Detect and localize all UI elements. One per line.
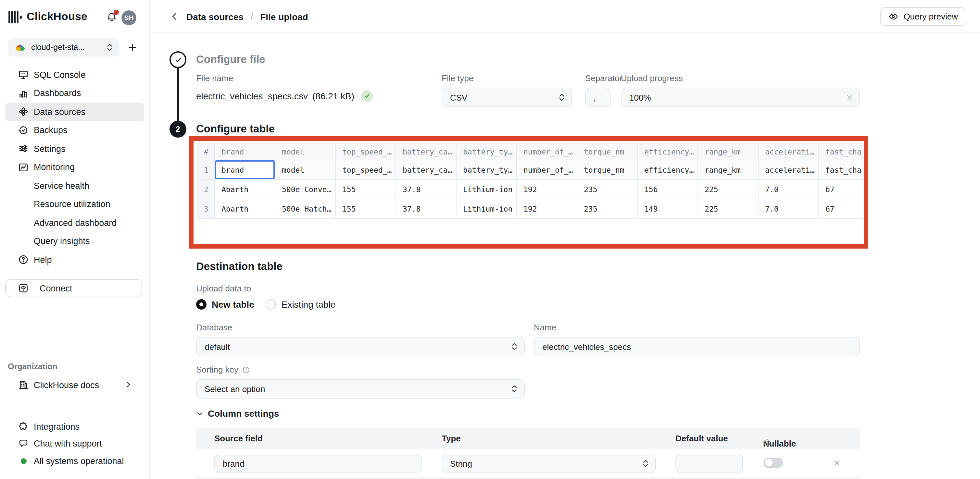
table-cell[interactable]: accelerati… xyxy=(759,160,819,180)
sidebar-item-clickhouse-docs[interactable]: ClickHouse docs xyxy=(5,376,144,394)
new-table-radio[interactable] xyxy=(196,299,207,309)
table-cell[interactable]: 67 xyxy=(819,180,868,199)
existing-table-radio[interactable] xyxy=(266,299,276,309)
chevron-updown-icon xyxy=(511,385,518,393)
sidebar-item-chat-with-support[interactable]: Chat with support xyxy=(5,434,144,452)
organization-section-label: Organization xyxy=(8,362,57,371)
sorting-key-label-row: Sorting key xyxy=(196,365,250,374)
destination-table-heading: Destination table xyxy=(196,260,283,273)
clickhouse-logo-icon xyxy=(8,11,23,23)
table-cell[interactable]: model xyxy=(275,160,336,180)
main-content: Data sources / File upload Query preview… xyxy=(150,0,980,479)
separator-input[interactable] xyxy=(585,87,611,107)
table-cell[interactable]: torque_nm xyxy=(578,160,638,180)
data-sources-icon xyxy=(18,107,29,117)
avatar[interactable]: SH xyxy=(121,10,136,25)
table-cell[interactable]: 7.0 xyxy=(759,180,819,199)
table-cell[interactable]: 235 xyxy=(578,199,638,219)
type-select[interactable]: String xyxy=(442,454,656,473)
name-label: Name xyxy=(534,323,556,332)
table-cell[interactable]: battery_ca… xyxy=(396,160,457,180)
table-cell[interactable]: 67 xyxy=(819,199,868,219)
table-cell[interactable]: 500e Conve… xyxy=(275,180,336,199)
table-cell[interactable]: 225 xyxy=(698,199,759,219)
column-settings-toggle[interactable]: Column settings xyxy=(196,408,279,419)
sidebar-item-help[interactable]: Help xyxy=(5,251,144,269)
table-cell[interactable]: fast_cha xyxy=(819,160,868,180)
sidebar-item-label: Service health xyxy=(34,181,89,191)
table-cell[interactable]: 156 xyxy=(638,180,698,199)
sidebar-item-query-insights[interactable]: Query insights xyxy=(5,232,144,251)
table-cell[interactable]: 155 xyxy=(336,180,396,199)
remove-column-x-icon[interactable] xyxy=(831,458,842,468)
table-cell[interactable]: 235 xyxy=(578,180,638,199)
table-cell[interactable]: 37.8 xyxy=(396,180,457,199)
clear-upload-x-icon[interactable] xyxy=(846,94,853,101)
sidebar-item-label: Backups xyxy=(34,125,68,135)
default-value-input[interactable] xyxy=(675,454,743,473)
sidebar-item-label: Query insights xyxy=(34,236,90,246)
table-cell[interactable]: 225 xyxy=(698,180,759,199)
nullable-toggle[interactable] xyxy=(764,458,783,468)
source-field-input[interactable] xyxy=(214,454,422,473)
query-preview-button[interactable]: Query preview xyxy=(880,7,966,26)
app: ClickHouse SH cloud-get-sta... SQL Conso… xyxy=(0,0,980,479)
table-cell[interactable]: Lithium-ion xyxy=(457,180,517,199)
add-service-button[interactable] xyxy=(123,38,142,57)
sidebar-item-sql-console[interactable]: SQL Console xyxy=(5,65,144,84)
chevron-updown-icon xyxy=(107,43,113,51)
sidebar-item-dashboards[interactable]: Dashboards xyxy=(5,84,144,103)
notifications-bell-icon[interactable] xyxy=(106,12,118,23)
table-cell[interactable]: Lithium-ion xyxy=(457,199,517,219)
source-field-header: Source field xyxy=(214,433,263,443)
sidebar: ClickHouse SH cloud-get-sta... SQL Conso… xyxy=(0,0,150,479)
column-header: top_speed_… xyxy=(336,143,396,160)
table-cell[interactable]: 192 xyxy=(517,199,578,219)
table-cell[interactable]: efficiency… xyxy=(638,160,698,180)
sidebar-item-label: ClickHouse docs xyxy=(34,380,99,390)
table-cell[interactable]: brand xyxy=(215,160,275,180)
sidebar-item-monitoring[interactable]: Monitoring xyxy=(5,158,144,176)
breadcrumb-separator: / xyxy=(251,12,253,21)
status-green-dot-icon xyxy=(21,458,27,464)
database-value: default xyxy=(205,342,511,352)
sidebar-item-service-health[interactable]: Service health xyxy=(5,176,144,195)
table-cell[interactable]: range_km xyxy=(698,160,759,180)
file-success-check-icon xyxy=(361,90,372,102)
file-type-value: CSV xyxy=(450,92,558,102)
back-chevron-icon[interactable] xyxy=(170,12,179,21)
table-cell[interactable]: Abarth xyxy=(215,199,275,219)
sidebar-item-backups[interactable]: Backups xyxy=(5,121,144,140)
backups-icon xyxy=(18,125,29,136)
table-cell[interactable]: top_speed_… xyxy=(336,160,396,180)
table-cell[interactable]: 192 xyxy=(517,180,578,199)
table-name-input[interactable] xyxy=(534,337,860,356)
table-cell[interactable]: 155 xyxy=(336,199,396,219)
breadcrumb-data-sources[interactable]: Data sources xyxy=(186,11,243,22)
file-name-value: electric_vehicles_specs.csv (86.21 kB) xyxy=(196,90,372,102)
table-cell[interactable]: number_of_… xyxy=(517,160,578,180)
service-selector[interactable]: cloud-get-sta... xyxy=(8,38,119,57)
sidebar-item-resource-utilization[interactable]: Resource utilization xyxy=(5,195,144,214)
sidebar-item-data-sources[interactable]: Data sources xyxy=(5,103,144,121)
table-cell[interactable]: 149 xyxy=(638,199,698,219)
table-cell[interactable]: 37.8 xyxy=(396,199,457,219)
upload-progress-label: Upload progress xyxy=(621,73,683,83)
settings-icon xyxy=(18,144,29,154)
table-cell[interactable]: Abarth xyxy=(215,180,275,199)
connect-button[interactable]: Connect xyxy=(5,279,142,297)
table-cell[interactable]: 7.0 xyxy=(759,199,819,219)
table-cell[interactable]: battery_ty… xyxy=(457,160,517,180)
sidebar-item-settings[interactable]: Settings xyxy=(5,140,144,158)
table-cell[interactable]: 500e Hatch… xyxy=(275,199,336,219)
sidebar-item-label: SQL Console xyxy=(34,70,86,80)
file-type-select[interactable]: CSV xyxy=(442,87,572,107)
database-select[interactable]: default xyxy=(196,337,525,356)
sidebar-item-label: Settings xyxy=(34,144,65,154)
database-label: Database xyxy=(196,323,232,332)
column-header: battery_ca… xyxy=(396,143,457,160)
sorting-key-select[interactable]: Select an option xyxy=(196,379,525,398)
sidebar-item-integrations[interactable]: Integrations xyxy=(5,417,144,436)
sidebar-item-system-status[interactable]: All systems operational xyxy=(5,452,144,470)
sidebar-item-advanced-dashboard[interactable]: Advanced dashboard xyxy=(5,214,144,232)
